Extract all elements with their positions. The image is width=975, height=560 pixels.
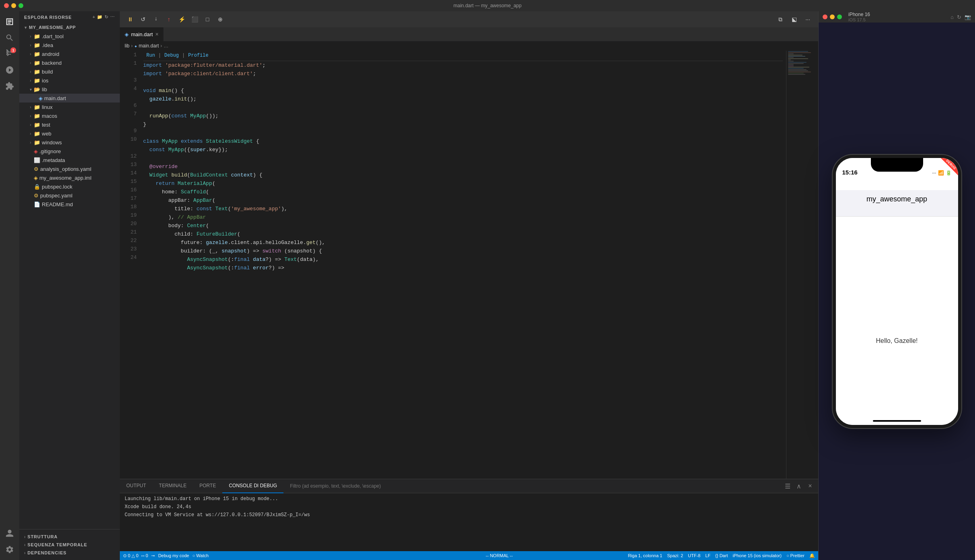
- tab-close-button[interactable]: ×: [155, 31, 158, 37]
- stop-button[interactable]: ⬛: [189, 14, 200, 25]
- sim-home-icon[interactable]: ⌂: [950, 14, 954, 20]
- breadcrumb-main-dart[interactable]: main.dart: [139, 43, 159, 49]
- panel-close-icon[interactable]: ×: [805, 481, 815, 491]
- accounts-icon[interactable]: [2, 526, 17, 541]
- status-eol[interactable]: LF: [705, 553, 710, 558]
- status-errors[interactable]: ⊙ 0 △ 0: [123, 553, 138, 558]
- panel-filter-input[interactable]: [287, 483, 780, 489]
- tab-label: main.dart: [131, 31, 153, 37]
- status-notifications[interactable]: 🔔: [809, 553, 815, 558]
- maximize-button[interactable]: [18, 3, 23, 8]
- status-debug-code[interactable]: Debug my code: [158, 553, 189, 558]
- code-editor[interactable]: Run | Debug | Profile import 'package:fl…: [140, 51, 786, 479]
- pause-button[interactable]: ⏸: [125, 14, 136, 25]
- code-line-18: ), // AppBar: [143, 213, 783, 222]
- status-encoding[interactable]: UTF-8: [688, 553, 700, 558]
- status-prettier[interactable]: ○ Prettier: [786, 553, 805, 558]
- run-link[interactable]: Run: [146, 51, 155, 60]
- tree-root[interactable]: ▾ MY_AWESOME_APP: [19, 23, 120, 32]
- status-indentation[interactable]: Spazi: 2: [667, 553, 683, 558]
- sidebar-section-struttura[interactable]: › STRUTTURA: [19, 533, 120, 541]
- search-icon[interactable]: [2, 31, 17, 45]
- flutter-button[interactable]: ⚡: [176, 14, 187, 25]
- status-device[interactable]: iPhone 15 (ios simulator): [733, 553, 782, 558]
- tab-console-debug[interactable]: CONSOLE DI DEBUG: [222, 479, 283, 493]
- extensions-icon[interactable]: [2, 79, 17, 93]
- breadcrumb-more[interactable]: …: [164, 43, 168, 49]
- status-sync[interactable]: ⊸: [151, 553, 155, 558]
- iphone-home-indicator: [873, 420, 921, 422]
- editor-layout-button[interactable]: ⬕: [788, 14, 800, 25]
- go-live-button[interactable]: ↑: [163, 14, 174, 25]
- sidebar-collapse-icon[interactable]: ⋯: [110, 14, 115, 20]
- sim-close-button[interactable]: [823, 14, 827, 19]
- more-tools-button[interactable]: ⊕: [215, 14, 226, 25]
- tree-item-readme[interactable]: 📄 README.md: [19, 200, 120, 209]
- tree-item-windows[interactable]: › 📁 windows: [19, 138, 120, 147]
- sidebar-new-folder-icon[interactable]: 📁: [97, 14, 103, 20]
- tree-item-iml[interactable]: ◈ my_awesome_app.iml: [19, 173, 120, 182]
- tree-item-build[interactable]: › 📁 build: [19, 67, 120, 76]
- folder-icon: 📁: [34, 78, 40, 84]
- breadcrumb-lib[interactable]: lib: [125, 43, 129, 49]
- tab-porte[interactable]: PORTE: [193, 479, 222, 493]
- tree-item-metadata[interactable]: ⬜ .metadata: [19, 156, 120, 164]
- struttura-label: STRUTTURA: [27, 534, 57, 539]
- hot-reload-button[interactable]: ↺: [138, 14, 149, 25]
- status-cursor-position[interactable]: Riga 1, colonna 1: [628, 553, 663, 558]
- tree-item-test[interactable]: › 📁 test: [19, 120, 120, 129]
- minimize-button[interactable]: [11, 3, 16, 8]
- tree-item-ios[interactable]: › 📁 ios: [19, 76, 120, 85]
- settings-icon[interactable]: [2, 542, 17, 557]
- tree-item-analysis[interactable]: ⚙ analysis_options.yaml: [19, 164, 120, 173]
- tree-item-web[interactable]: › 📁 web: [19, 129, 120, 138]
- file-icon: ⬜: [34, 157, 40, 163]
- sidebar-refresh-icon[interactable]: ↻: [105, 14, 109, 20]
- tree-item-idea[interactable]: › 📁 .idea: [19, 41, 120, 49]
- folder-icon: 📁: [34, 104, 40, 110]
- tree-item-pubspec-yaml[interactable]: ⚙ pubspec.yaml: [19, 191, 120, 200]
- close-button[interactable]: [4, 3, 9, 8]
- tree-item-android[interactable]: › 📁 android: [19, 49, 120, 58]
- sim-screenshot-icon[interactable]: 📷: [965, 14, 971, 20]
- sidebar-section-dependencies[interactable]: › DEPENDENCIES: [19, 549, 120, 557]
- source-control-icon[interactable]: 1: [2, 47, 17, 61]
- tree-item-dart-tool[interactable]: › 📁 .dart_tool: [19, 32, 120, 41]
- tree-item-gitignore[interactable]: ◈ .gitignore: [19, 147, 120, 156]
- folder-icon: 📁: [34, 33, 40, 39]
- tab-output[interactable]: OUTPUT: [120, 479, 152, 493]
- tree-label: linux: [42, 104, 53, 110]
- hot-restart-button[interactable]: ↑: [150, 14, 162, 25]
- explorer-icon[interactable]: [2, 14, 17, 29]
- sim-rotate-icon[interactable]: ↻: [957, 14, 961, 20]
- status-watch[interactable]: ○ Watch: [192, 553, 208, 558]
- tree-item-lib[interactable]: ▾ 📂 lib: [19, 85, 120, 94]
- sidebar-new-file-icon[interactable]: +: [92, 14, 95, 20]
- tab-terminale[interactable]: TERMINALE: [152, 479, 193, 493]
- iphone-app-bar: my_awesome_app: [836, 190, 958, 217]
- sim-minimize-button[interactable]: [830, 14, 835, 19]
- more-options-button[interactable]: ···: [802, 14, 813, 25]
- sim-maximize-button[interactable]: [837, 14, 842, 19]
- split-editor-button[interactable]: ⧉: [775, 14, 786, 25]
- git-branch-icon: ⑅: [142, 553, 144, 558]
- run-debug-icon[interactable]: [2, 63, 17, 77]
- inspect-button[interactable]: □: [202, 14, 213, 25]
- breadcrumb-main[interactable]: ⬥: [134, 43, 137, 49]
- tree-item-main-dart[interactable]: ◈ main.dart: [19, 94, 120, 103]
- debug-link[interactable]: Debug: [164, 51, 179, 60]
- tree-item-pubspec-lock[interactable]: 🔒 pubspec.lock: [19, 182, 120, 191]
- code-line-3: void main() {: [143, 86, 783, 95]
- sidebar-section-sequenza[interactable]: › SEQUENZA TEMPORALE: [19, 541, 120, 549]
- status-git[interactable]: ⑅ 0: [142, 553, 148, 558]
- tree-item-macos[interactable]: › 📁 macos: [19, 111, 120, 120]
- tree-label: pubspec.yaml: [40, 193, 72, 199]
- panel-up-icon[interactable]: ∧: [794, 481, 804, 491]
- tree-item-backend[interactable]: › 📁 backend: [19, 58, 120, 67]
- profile-link[interactable]: Profile: [188, 51, 208, 60]
- device-label: iPhone 15 (ios simulator): [733, 553, 782, 558]
- tree-item-linux[interactable]: › 📁 linux: [19, 103, 120, 111]
- status-language[interactable]: {} Dart: [715, 553, 728, 558]
- panel-list-icon[interactable]: ☰: [783, 481, 792, 491]
- tab-main-dart[interactable]: ◈ main.dart ×: [120, 27, 164, 41]
